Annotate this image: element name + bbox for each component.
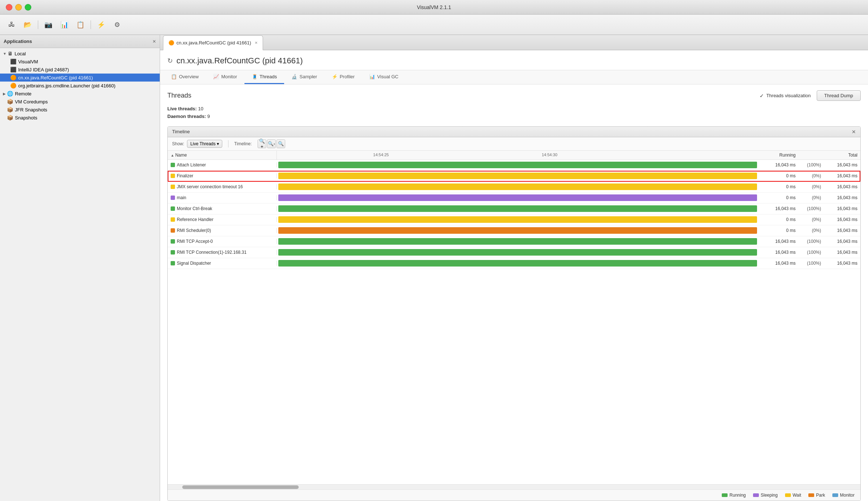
thread-state-icon xyxy=(171,261,175,265)
col-header-timeline: 14:54:25 14:54:30 xyxy=(277,151,758,159)
legend-item: Sleeping xyxy=(753,493,778,498)
table-row[interactable]: Reference Handler 0 ms (0%) 16,043 ms xyxy=(168,214,860,225)
thread-state-icon xyxy=(171,174,175,178)
zoom-in-button[interactable]: 🔍+ xyxy=(258,139,266,148)
close-timeline-button[interactable]: ✕ xyxy=(852,129,856,135)
tab-refcountgc[interactable]: 🟠 cn.xx.java.RefCountGC (pid 41661) ✕ xyxy=(163,35,263,50)
sidebar-item-intellij[interactable]: ⬛ IntelliJ IDEA (pid 24687) xyxy=(0,66,160,74)
thread-name-cell: Attach Listener xyxy=(168,162,277,167)
profiler-button[interactable]: ⚡ xyxy=(94,18,108,31)
threads-panel: Threads ✓ Threads visualization Thread D… xyxy=(160,84,868,501)
legend-bar: Running Sleeping Wait Park Monitor xyxy=(168,489,860,501)
sort-arrow: ▲ xyxy=(171,153,175,157)
monitor-icon: 📈 xyxy=(213,74,219,79)
table-row[interactable]: RMI Scheduler(0) 0 ms (0%) 16,043 ms xyxy=(168,225,860,236)
jfr-label: JFR Snapshots xyxy=(15,107,47,113)
table-row[interactable]: Signal Dispatcher 16,043 ms (100%) 16,04… xyxy=(168,258,860,269)
time-label-2: 14:54:30 xyxy=(542,153,557,157)
tab-bar: 🟠 cn.xx.java.RefCountGC (pid 41661) ✕ xyxy=(160,35,868,50)
col-header-pct xyxy=(799,151,824,159)
tab-monitor[interactable]: 📈 Monitor xyxy=(206,70,244,84)
sampler-label: Sampler xyxy=(299,74,317,79)
zoom-fit-button[interactable]: 🔍 xyxy=(276,139,285,148)
thread-dump-button[interactable]: Thread Dump xyxy=(817,90,861,101)
thread-timeline-bar xyxy=(278,216,757,223)
tab-sampler[interactable]: 🔬 Sampler xyxy=(284,70,324,84)
table-row[interactable]: RMI TCP Connection(1)-192.168.31 16,043 … xyxy=(168,247,860,258)
table-row[interactable]: Attach Listener 16,043 ms (100%) 16,043 … xyxy=(168,160,860,171)
table-row[interactable]: RMI TCP Accept-0 16,043 ms (100%) 16,043… xyxy=(168,236,860,247)
tab-overview[interactable]: 📋 Overview xyxy=(164,70,206,84)
maximize-button[interactable] xyxy=(25,4,31,11)
col-header-total[interactable]: Total xyxy=(824,151,860,159)
scrollbar-thumb[interactable] xyxy=(182,485,299,489)
tab-visualgc[interactable]: 📊 Visual GC xyxy=(362,70,406,84)
threads-visualization-check[interactable]: ✓ Threads visualization xyxy=(760,93,811,99)
thread-pct-value: (100%) xyxy=(799,261,824,266)
refresh-icon[interactable]: ↻ xyxy=(167,57,173,65)
open-file-button[interactable]: 📂 xyxy=(20,18,35,31)
timeline-panel: Timeline ✕ Show: Live Threads ▾ Timeline… xyxy=(167,126,861,501)
capture-button[interactable]: 📷 xyxy=(41,18,56,31)
thread-total-value: 16,043 ms xyxy=(824,206,860,211)
refcountgc-label: cn.xx.java.RefCountGC (pid 41661) xyxy=(18,75,93,80)
sidebar-item-visualvm[interactable]: ⬛ VisualVM xyxy=(0,58,160,66)
thread-timeline-bar xyxy=(278,194,757,201)
thread-running-value: 16,043 ms xyxy=(758,162,799,167)
sidebar-item-jfr[interactable]: ▶ 📦 JFR Snapshots xyxy=(0,106,160,114)
title-bar: VisualVM 2.1.1 xyxy=(0,0,868,15)
tree-toggle-remote[interactable]: ▶ xyxy=(3,92,6,96)
thread-timeline-bar xyxy=(278,205,757,212)
thread-name: RMI TCP Accept-0 xyxy=(177,239,213,244)
thread-running-value: 16,043 ms xyxy=(758,239,799,244)
thread-running-value: 16,043 ms xyxy=(758,250,799,255)
sidebar-close-button[interactable]: ✕ xyxy=(152,39,156,44)
tab-close-icon[interactable]: ✕ xyxy=(255,41,258,45)
minimize-button[interactable] xyxy=(15,4,22,11)
tab-profiler[interactable]: ⚡ Profiler xyxy=(324,70,362,84)
col-header-name[interactable]: ▲ Name xyxy=(168,151,277,159)
table-row[interactable]: JMX server connection timeout 16 0 ms (0… xyxy=(168,182,860,193)
sampler-icon: 🔬 xyxy=(291,74,297,79)
table-row[interactable]: Monitor Ctrl-Break 16,043 ms (100%) 16,0… xyxy=(168,204,860,214)
sidebar: Applications ✕ ▼ 🖥 Local ⬛ VisualVM ⬛ In… xyxy=(0,35,160,501)
tree-toggle-local[interactable]: ▼ xyxy=(3,52,7,56)
heap-dump-button[interactable]: 📊 xyxy=(57,18,72,31)
thread-pct-value: (0%) xyxy=(799,195,824,200)
settings-button[interactable]: ⚙ xyxy=(110,18,124,31)
sidebar-item-refcountgc[interactable]: 🟠 cn.xx.java.RefCountGC (pid 41661) xyxy=(0,74,160,82)
table-row[interactable]: main 0 ms (0%) 16,043 ms xyxy=(168,193,860,204)
sidebar-item-snapshots[interactable]: ▶ 📦 Snapshots xyxy=(0,114,160,122)
daemon-threads-value: 9 xyxy=(207,114,210,119)
new-connection-button[interactable]: 🖧 xyxy=(4,18,19,31)
window-controls xyxy=(6,4,31,11)
content-area: 🟠 cn.xx.java.RefCountGC (pid 41661) ✕ ↻ … xyxy=(160,35,868,501)
close-button[interactable] xyxy=(6,4,12,11)
timeline-content: Attach Listener 16,043 ms (100%) 16,043 … xyxy=(168,160,860,484)
sidebar-item-coredumps[interactable]: ▶ 📦 VM Coredumps xyxy=(0,98,160,106)
thread-running-value: 0 ms xyxy=(758,195,799,200)
legend-swatch xyxy=(832,493,838,497)
visualvm-icon: ⬛ xyxy=(10,59,16,64)
overview-label: Overview xyxy=(179,74,199,79)
table-row[interactable]: Finalizer 0 ms (0%) 16,043 ms xyxy=(168,171,860,182)
legend-item: Running xyxy=(722,493,746,498)
zoom-out-button[interactable]: 🔍- xyxy=(267,139,276,148)
thread-timeline-bar xyxy=(278,184,757,190)
thread-total-value: 16,043 ms xyxy=(824,239,860,244)
timeline-title: Timeline xyxy=(172,129,190,134)
sidebar-item-launcher[interactable]: 🟠 org.jetbrains.jps.cmdline.Launcher (pi… xyxy=(0,82,160,90)
daemon-threads-label: Daemon threads: xyxy=(167,114,206,119)
sidebar-item-local[interactable]: ▼ 🖥 Local xyxy=(0,50,160,58)
sidebar-item-remote[interactable]: ▶ 🌐 Remote xyxy=(0,90,160,98)
snapshots-icon: 📦 xyxy=(7,115,13,121)
legend-swatch xyxy=(785,493,791,497)
show-select[interactable]: Live Threads ▾ xyxy=(187,140,222,148)
thread-dump-button[interactable]: 📋 xyxy=(73,18,88,31)
tab-threads[interactable]: 🧵 Threads xyxy=(244,70,284,84)
timeline-scrollbar[interactable] xyxy=(168,484,860,489)
thread-pct-value: (100%) xyxy=(799,250,824,255)
sidebar-title: Applications xyxy=(4,39,32,44)
thread-name-cell: Signal Dispatcher xyxy=(168,261,277,266)
col-header-running[interactable]: Running xyxy=(758,151,799,159)
